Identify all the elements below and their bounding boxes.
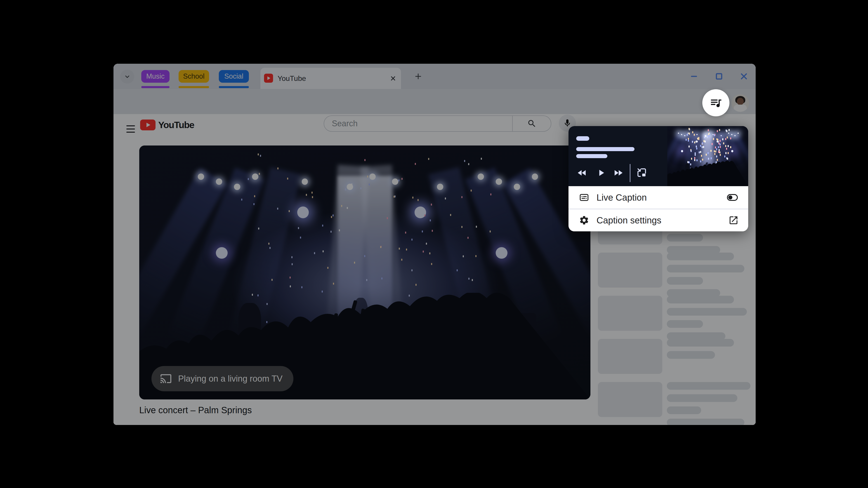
- live-caption-icon: [579, 192, 589, 203]
- picture-in-picture-button[interactable]: [636, 167, 648, 178]
- media-controls-popup: Live Caption Caption settings: [568, 126, 748, 231]
- album-artwork: [667, 126, 748, 186]
- desktop-background: Music School Social YouTube: [0, 0, 868, 488]
- spotlight-scrim: [114, 64, 756, 425]
- open-in-new-icon: [728, 215, 739, 225]
- live-caption-toggle[interactable]: [727, 194, 738, 201]
- browser-window: Music School Social YouTube: [114, 64, 756, 425]
- play-icon: [596, 168, 606, 178]
- media-session-card: [568, 126, 748, 186]
- title-placeholder-bar: [576, 147, 634, 151]
- live-caption-row[interactable]: Live Caption: [568, 186, 748, 209]
- play-button[interactable]: [595, 167, 607, 179]
- fast-forward-icon: [613, 167, 624, 178]
- fast-rewind-icon: [577, 167, 587, 178]
- controls-divider: [630, 164, 630, 182]
- queue-music-icon: [709, 96, 722, 109]
- source-placeholder-bar: [576, 136, 589, 141]
- previous-track-button[interactable]: [576, 167, 588, 179]
- caption-settings-row[interactable]: Caption settings: [568, 209, 748, 231]
- picture-in-picture-icon: [636, 167, 647, 178]
- gear-icon: [579, 215, 589, 225]
- caption-settings-label: Caption settings: [596, 215, 728, 225]
- media-controls-button[interactable]: [702, 89, 730, 116]
- live-caption-label: Live Caption: [596, 193, 727, 203]
- next-track-button[interactable]: [612, 167, 624, 179]
- artist-placeholder-bar: [576, 154, 608, 158]
- toggle-knob: [728, 195, 733, 199]
